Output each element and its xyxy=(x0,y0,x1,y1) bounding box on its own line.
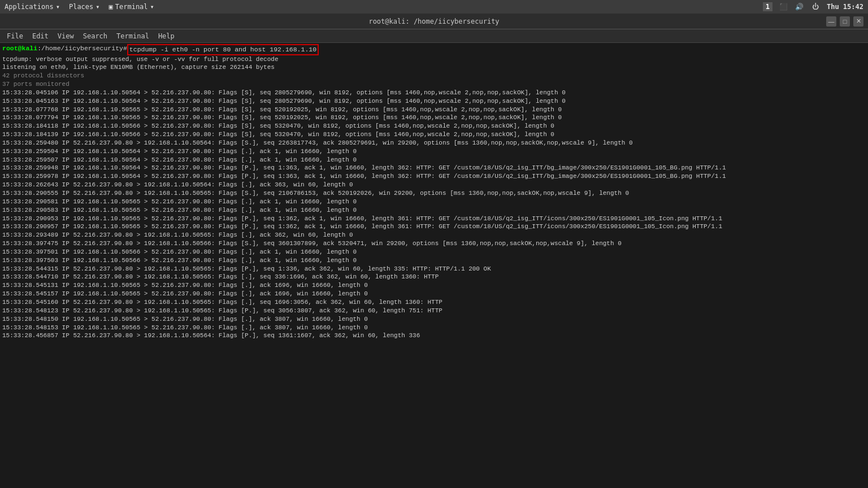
title-bar: root@kali: /home/iicybersecurity — □ ✕ xyxy=(0,14,868,29)
output-line: 42 protocol dissectors xyxy=(2,72,866,80)
output-line: 15:33:28.259504 IP 192.168.1.10.50564 > … xyxy=(2,147,866,156)
output-line: 15:33:28.397501 IP 192.168.1.10.50566 > … xyxy=(2,248,866,256)
prompt-hash: # xyxy=(123,44,127,53)
output-line: listening on eth0, link-type EN10MB (Eth… xyxy=(2,63,866,72)
prompt-line: root@kali:/home/iicybersecurity# tcpdump… xyxy=(2,44,866,55)
clock: Thu 15:42 xyxy=(827,3,863,11)
maximize-button[interactable]: □ xyxy=(840,16,850,27)
output-line: 15:33:28.548153 IP 192.168.1.10.50565 > … xyxy=(2,324,866,332)
applications-label: Applications xyxy=(5,3,54,11)
output-line: 15:33:28.545157 IP 192.168.1.10.50565 > … xyxy=(2,290,866,298)
output-line: 15:33:28.045106 IP 192.168.1.10.50564 > … xyxy=(2,89,866,97)
terminal-window: root@kali: /home/iicybersecurity — □ ✕ F… xyxy=(0,14,868,488)
output-line: 37 ports monitored xyxy=(2,80,866,89)
applications-arrow: ▾ xyxy=(56,3,60,11)
network-icon[interactable]: ⬛ xyxy=(779,2,788,11)
output-line: 15:33:28.545131 IP 192.168.1.10.50565 > … xyxy=(2,281,866,290)
output-line: 15:33:28.544315 IP 52.216.237.90.80 > 19… xyxy=(2,265,866,273)
output-container: tcpdump: verbose output suppressed, use … xyxy=(2,55,866,341)
output-line: 15:33:28.293489 IP 52.216.237.90.80 > 19… xyxy=(2,231,866,239)
output-line: 15:33:28.045163 IP 192.168.1.10.50564 > … xyxy=(2,97,866,106)
title-bar-controls: — □ ✕ xyxy=(826,16,863,27)
menu-bar: File Edit View Search Terminal Help xyxy=(0,29,868,43)
output-line: 15:33:28.259480 IP 52.216.237.90.80 > 19… xyxy=(2,139,866,147)
output-line: 15:33:28.290581 IP 192.168.1.10.50565 > … xyxy=(2,198,866,206)
workspace-indicator[interactable]: 1 xyxy=(763,2,772,11)
close-button[interactable]: ✕ xyxy=(853,16,863,27)
places-menu[interactable]: Places ▾ xyxy=(69,3,100,11)
system-bar-right: 1 ⬛ 🔊 ⏻ Thu 15:42 xyxy=(763,2,863,11)
menu-view[interactable]: View xyxy=(53,31,79,41)
menu-search[interactable]: Search xyxy=(79,31,112,41)
output-line: 15:33:28.259948 IP 192.168.1.10.50564 > … xyxy=(2,164,866,172)
terminal-icon-small: ▣ xyxy=(109,3,113,11)
output-line: 15:33:28.077768 IP 192.168.1.10.50565 > … xyxy=(2,106,866,114)
terminal-body[interactable]: root@kali:/home/iicybersecurity# tcpdump… xyxy=(0,43,868,488)
output-line: 15:33:28.290957 IP 192.168.1.10.50565 > … xyxy=(2,223,866,231)
output-line: 15:33:28.290583 IP 192.168.1.10.50565 > … xyxy=(2,206,866,215)
prompt-path: :/home/iicybersecurity xyxy=(37,44,123,53)
output-line: 15:33:28.545160 IP 52.216.237.90.80 > 19… xyxy=(2,298,866,307)
applications-menu[interactable]: Applications ▾ xyxy=(5,3,60,11)
output-line: 15:33:28.290953 IP 192.168.1.10.50565 > … xyxy=(2,215,866,223)
output-line: 15:33:28.397475 IP 52.216.237.90.80 > 19… xyxy=(2,239,866,248)
output-line: 15:33:28.290555 IP 52.216.237.90.80 > 19… xyxy=(2,189,866,198)
output-line: 15:33:28.548150 IP 192.168.1.10.50565 > … xyxy=(2,315,866,324)
menu-edit[interactable]: Edit xyxy=(28,31,53,41)
output-line: 15:33:28.544710 IP 52.216.237.90.80 > 19… xyxy=(2,273,866,281)
system-bar-left: Applications ▾ Places ▾ ▣ Terminal ▾ xyxy=(5,3,154,11)
system-bar: Applications ▾ Places ▾ ▣ Terminal ▾ 1 ⬛… xyxy=(0,0,868,14)
power-icon[interactable]: ⏻ xyxy=(811,2,820,11)
terminal-label: Terminal xyxy=(115,3,148,11)
output-line: 15:33:28.184139 IP 192.168.1.10.50566 > … xyxy=(2,130,866,139)
menu-file[interactable]: File xyxy=(2,31,28,41)
output-line: 15:33:28.456857 IP 52.216.237.90.80 > 19… xyxy=(2,332,866,340)
output-line: 15:33:28.259507 IP 192.168.1.10.50564 > … xyxy=(2,156,866,164)
terminal-title: root@kali: /home/iicybersecurity xyxy=(368,18,499,25)
output-line: 15:33:28.262643 IP 52.216.237.90.80 > 19… xyxy=(2,181,866,189)
places-label: Places xyxy=(69,3,93,11)
output-line: 15:33:28.184118 IP 192.168.1.10.50566 > … xyxy=(2,122,866,130)
output-line: 15:33:28.259978 IP 192.168.1.10.50564 > … xyxy=(2,172,866,181)
output-line: 15:33:28.397503 IP 192.168.1.10.50566 > … xyxy=(2,256,866,265)
prompt-user: root@kali xyxy=(2,44,37,53)
terminal-menu[interactable]: ▣ Terminal ▾ xyxy=(109,3,154,11)
menu-help[interactable]: Help xyxy=(154,31,179,41)
output-line: tcpdump: verbose output suppressed, use … xyxy=(2,55,866,64)
output-line: 15:33:28.077794 IP 192.168.1.10.50565 > … xyxy=(2,114,866,122)
terminal-arrow: ▾ xyxy=(150,3,154,11)
audio-icon[interactable]: 🔊 xyxy=(795,2,804,11)
command-text: tcpdump -i eth0 -n port 80 and host 192.… xyxy=(127,44,319,55)
menu-terminal[interactable]: Terminal xyxy=(112,31,154,41)
output-line: 15:33:28.548123 IP 52.216.237.90.80 > 19… xyxy=(2,307,866,315)
minimize-button[interactable]: — xyxy=(826,16,836,27)
places-arrow: ▾ xyxy=(96,3,99,11)
